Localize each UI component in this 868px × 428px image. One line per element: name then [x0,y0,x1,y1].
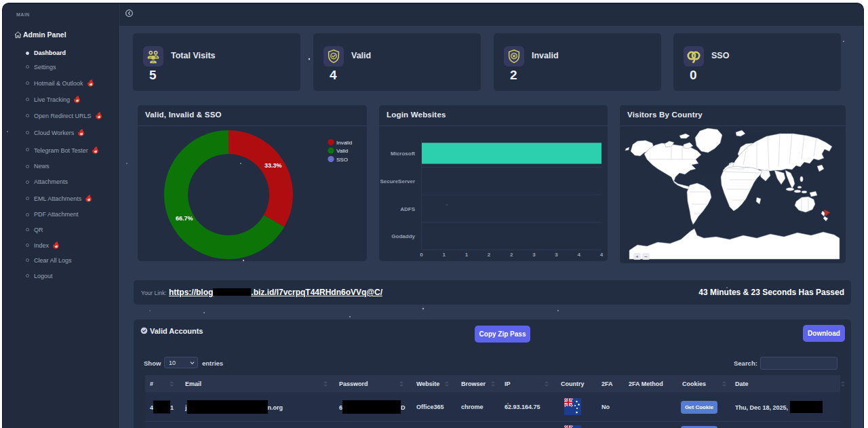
svg-text:SecureServer: SecureServer [380,178,415,184]
svg-text:1: 1 [465,252,469,258]
svg-text:SSO: SSO [336,157,348,163]
svg-text:Microsoft: Microsoft [391,151,415,157]
svg-text:2: 2 [488,252,491,258]
svg-text:Invalid: Invalid [336,140,352,146]
svg-text:4: 4 [600,252,604,258]
svg-text:0: 0 [420,252,423,258]
svg-text:1: 1 [443,252,446,258]
svg-text:3: 3 [555,252,558,258]
svg-text:33.3%: 33.3% [264,162,282,169]
svg-text:+: + [635,254,639,260]
svg-text:66.7%: 66.7% [176,215,193,222]
svg-text:3: 3 [532,252,536,258]
svg-text:−: − [644,254,648,260]
svg-text:Godaddy: Godaddy [391,233,415,239]
svg-text:4: 4 [578,252,581,258]
svg-text:ADFS: ADFS [400,206,415,212]
svg-text:Valid: Valid [336,148,348,154]
svg-text:2: 2 [510,252,513,258]
